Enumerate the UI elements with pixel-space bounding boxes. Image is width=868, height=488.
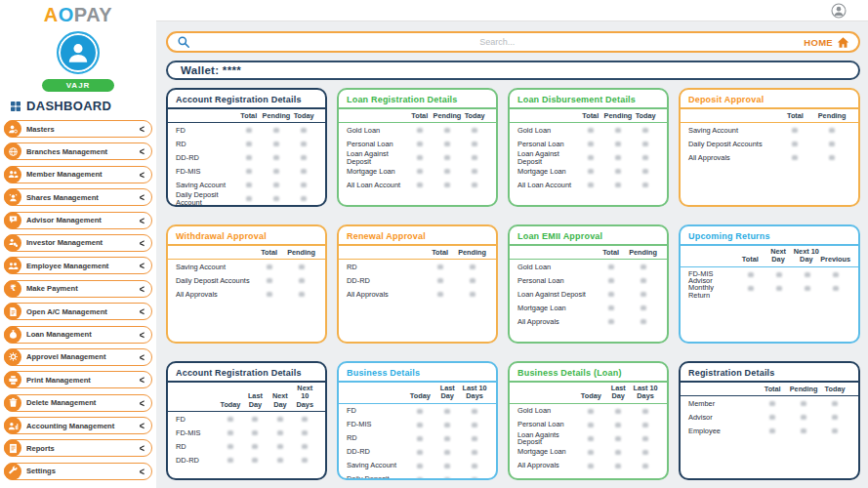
sidebar-item-masters[interactable]: Masters< — [4, 120, 152, 138]
search-input[interactable] — [190, 37, 804, 47]
value-cell — [218, 417, 242, 422]
trash-icon — [4, 394, 21, 412]
blurred-value — [470, 292, 475, 297]
sidebar-item-employee-management[interactable]: Employee Management< — [4, 257, 152, 274]
row-label: Personal Loan — [347, 141, 406, 148]
blurred-value — [437, 264, 443, 269]
value-cell — [434, 128, 461, 133]
blurred-value — [417, 169, 423, 174]
row-label: RD — [176, 443, 218, 451]
value-cell — [813, 142, 850, 146]
blurred-value — [615, 423, 621, 427]
sidebar-item-label: Loan Management — [26, 330, 140, 339]
sidebar-item-member-management[interactable]: Member Management< — [4, 166, 152, 183]
card-title: Business Details (Loan) — [510, 368, 667, 383]
value-cell — [577, 450, 604, 455]
value-cell — [253, 264, 285, 269]
card-business-details: Business DetailsTodayLast DayLast 10 Day… — [337, 361, 498, 480]
value-cell — [757, 401, 788, 406]
blurred-value — [227, 444, 233, 449]
value-cell — [243, 458, 268, 463]
value-cell — [290, 169, 317, 174]
blurred-value — [615, 155, 621, 160]
card-loan-registration-details: Loan Registration DetailsTotalPendingTod… — [337, 88, 498, 207]
blurred-value — [472, 423, 477, 427]
card-upcoming-returns: Upcoming ReturnsTotalNext DayNext 10 Day… — [679, 224, 860, 344]
blurred-value — [417, 155, 423, 160]
blurred-value — [588, 464, 594, 468]
sidebar-item-make-payment[interactable]: ₹Make Payment< — [4, 280, 152, 298]
value-cell — [424, 278, 456, 283]
blurred-value — [833, 286, 839, 291]
profile-button[interactable] — [831, 3, 847, 19]
value-cell — [737, 286, 765, 291]
row-label: Advisor — [688, 414, 757, 422]
sidebar-item-open-a-c-management[interactable]: Open A/C Management< — [4, 303, 152, 320]
card-column-headers: TotalPendingToday — [510, 109, 667, 123]
column-header: Today — [406, 392, 434, 400]
card-row: Loan Against Deposit — [347, 151, 488, 164]
wallet-bar[interactable]: Wallet: **** — [166, 61, 860, 80]
chevron-icon: < — [140, 191, 145, 203]
blurred-value — [252, 417, 258, 422]
value-cell — [794, 272, 822, 277]
value-cell — [461, 409, 488, 414]
blurred-value — [588, 169, 594, 174]
column-header: Next Day — [765, 248, 793, 264]
column-header: Next 10 Day — [792, 248, 820, 264]
sidebar-item-reports[interactable]: Reports< — [4, 439, 152, 457]
blurred-value — [301, 183, 307, 187]
row-label: All Loan Account — [517, 182, 577, 189]
value-cell — [822, 272, 850, 277]
card-title: Account Registration Details — [168, 368, 325, 383]
card-row: Saving Account — [347, 460, 488, 472]
sidebar-item-shares-management[interactable]: Shares Management< — [4, 188, 152, 206]
value-cell — [290, 142, 317, 146]
value-cell — [632, 142, 659, 146]
row-label: Gold Loan — [517, 127, 577, 135]
value-cell — [285, 292, 317, 297]
sidebar-item-accounting-management[interactable]: Accounting Management< — [4, 417, 152, 434]
card-row: All Loan Account — [347, 179, 488, 191]
blurred-value — [444, 169, 450, 174]
column-header: Total — [736, 256, 765, 264]
value-cell — [434, 464, 461, 468]
column-header: Pending — [434, 112, 462, 120]
blurred-value — [641, 264, 646, 269]
sidebar-item-delete-management[interactable]: Delete Management< — [4, 394, 152, 412]
blurred-value — [444, 409, 450, 414]
blurred-value — [642, 423, 648, 427]
column-header: Total — [235, 112, 263, 120]
card-row: Gold Loan — [517, 405, 659, 418]
sidebar-item-branches-management[interactable]: Branches Management< — [4, 142, 152, 160]
value-cell — [235, 155, 263, 160]
blurred-value — [437, 292, 443, 297]
sidebar-item-loan-management[interactable]: Loan Management< — [4, 326, 152, 344]
value-cell — [406, 436, 434, 441]
card-title: Registration Details — [681, 368, 858, 383]
sidebar-item-print-management[interactable]: Print Management< — [4, 371, 152, 388]
row-label: Personal Loan — [517, 141, 577, 148]
card-column-headers: TotalPending — [339, 246, 496, 260]
blurred-value — [588, 450, 594, 455]
blurred-value — [277, 444, 283, 449]
value-cell — [424, 292, 456, 297]
sidebar-item-settings[interactable]: Settings< — [4, 463, 152, 480]
row-label: All Approvals — [517, 318, 595, 326]
blurred-value — [302, 458, 308, 463]
value-cell — [253, 278, 285, 283]
sidebar-item-investor-management[interactable]: Investor Management< — [4, 234, 152, 252]
column-header: Today — [819, 386, 850, 393]
blurred-value — [615, 464, 621, 468]
value-cell — [434, 450, 461, 455]
chevron-icon: < — [140, 305, 145, 317]
row-label: Loan Against Deposit — [517, 291, 595, 299]
blurred-value — [608, 319, 614, 324]
value-cell — [577, 464, 604, 468]
home-button[interactable]: HOME — [804, 36, 849, 49]
user-avatar[interactable] — [57, 31, 100, 74]
sidebar-item-advisor-management[interactable]: Advisor Management< — [4, 212, 152, 229]
sidebar-item-approvel-management[interactable]: Approvel Management< — [4, 348, 152, 366]
blurred-value — [277, 430, 283, 435]
card-row: RD — [347, 261, 488, 273]
